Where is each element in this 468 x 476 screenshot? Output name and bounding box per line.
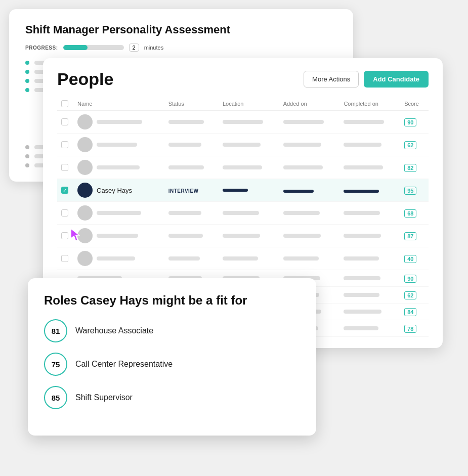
avatar [77, 114, 93, 129]
role-score: 85 [44, 386, 67, 409]
progress-number: 2 [129, 44, 139, 52]
status-placeholder [168, 143, 201, 147]
casey-hays-row: ✓ Casey Hays INTERVIEW [57, 179, 429, 202]
col-score: Score [400, 97, 429, 111]
table-row: 62 [57, 134, 429, 156]
name-placeholder [97, 120, 142, 124]
row-checkbox[interactable] [61, 232, 68, 239]
table-row: 40 [57, 247, 429, 270]
row-checkbox[interactable] [61, 209, 68, 217]
col-location: Location [219, 97, 279, 111]
score-badge: 62 [404, 141, 416, 149]
assessment-title: Shift Manager Personality Assessment [25, 23, 337, 36]
avatar [77, 205, 93, 221]
table-row: 87 [57, 225, 429, 247]
row-checkbox[interactable] [61, 118, 68, 125]
row-checkbox-checked[interactable]: ✓ [61, 187, 68, 194]
completed-placeholder [344, 211, 380, 215]
added-placeholder [283, 256, 319, 261]
completed-placeholder [344, 234, 381, 238]
score-badge: 40 [404, 255, 416, 263]
location-placeholder [223, 234, 260, 238]
name-placeholder [97, 211, 141, 215]
role-item-supervisor: 85 Shift Supervisor [44, 386, 300, 409]
cursor-arrow [70, 228, 82, 240]
completed-placeholder [344, 326, 378, 330]
status-placeholder [168, 120, 204, 124]
progress-bar [63, 45, 124, 50]
table-row: 90 [57, 111, 429, 134]
add-candidate-button[interactable]: Add Candidate [364, 71, 429, 88]
score-badge: 90 [404, 118, 416, 126]
col-completed: Completed on [339, 97, 400, 111]
row-checkbox[interactable] [61, 255, 68, 262]
completed-placeholder [344, 143, 381, 147]
score-badge: 68 [404, 209, 416, 218]
roles-card: Roles Casey Hays might be a fit for 81 W… [28, 278, 316, 436]
name-placeholder [97, 234, 138, 238]
col-status: Status [164, 97, 219, 111]
table-row: 82 [57, 156, 429, 179]
name-placeholder [97, 256, 135, 261]
avatar [77, 251, 93, 266]
score-badge: 90 [404, 275, 416, 283]
location-bar [223, 189, 248, 192]
role-name: Call Center Representative [75, 360, 173, 369]
location-placeholder [223, 211, 259, 215]
status-placeholder [168, 211, 201, 215]
added-bar [283, 190, 314, 193]
people-header: People More Actions Add Candidate [57, 69, 429, 89]
location-placeholder [223, 143, 261, 147]
progress-label: PROGRESS: [25, 45, 58, 51]
candidate-name: Casey Hays [97, 187, 132, 194]
completed-placeholder [344, 276, 380, 280]
added-placeholder [283, 165, 323, 169]
status-badge: INTERVIEW [168, 188, 199, 194]
progress-minutes: minutes [144, 45, 164, 51]
completed-placeholder [344, 293, 379, 297]
completed-placeholder [344, 120, 384, 124]
completed-placeholder [344, 165, 383, 169]
table-row: 68 [57, 202, 429, 225]
role-name: Warehouse Associate [75, 326, 153, 335]
added-placeholder [283, 143, 321, 147]
svg-marker-0 [71, 229, 79, 240]
role-score: 81 [44, 319, 67, 342]
status-placeholder [168, 256, 200, 261]
score-badge: 78 [404, 325, 416, 333]
progress-row: PROGRESS: 2 minutes [25, 44, 337, 52]
dot-icon [25, 70, 29, 74]
progress-bar-fill [63, 45, 88, 50]
dot-icon [25, 163, 29, 167]
name-placeholder [97, 143, 137, 147]
status-placeholder [168, 165, 204, 169]
location-placeholder [223, 165, 262, 169]
status-placeholder [168, 234, 203, 238]
score-badge: 62 [404, 291, 416, 299]
role-score: 75 [44, 353, 67, 376]
row-checkbox[interactable] [61, 164, 68, 171]
score-badge-highlight: 95 [404, 187, 416, 195]
name-placeholder [97, 165, 140, 169]
added-placeholder [283, 234, 321, 238]
dot-icon [25, 79, 29, 83]
dot-icon [25, 61, 29, 65]
avatar [77, 160, 93, 175]
dot-icon [25, 154, 29, 158]
completed-placeholder [344, 256, 379, 261]
location-placeholder [223, 120, 263, 124]
role-item-warehouse: 81 Warehouse Associate [44, 319, 300, 342]
score-badge: 84 [404, 308, 416, 316]
score-badge: 87 [404, 232, 416, 240]
select-all-checkbox[interactable] [61, 100, 68, 107]
added-placeholder [283, 120, 324, 124]
people-title: People [57, 69, 113, 89]
more-actions-button[interactable]: More Actions [304, 71, 359, 88]
dot-icon [25, 88, 29, 92]
location-placeholder [223, 256, 258, 261]
row-checkbox[interactable] [61, 141, 68, 148]
col-name: Name [73, 97, 164, 111]
completed-placeholder [344, 310, 381, 314]
completed-bar [344, 190, 379, 193]
added-placeholder [283, 211, 320, 215]
